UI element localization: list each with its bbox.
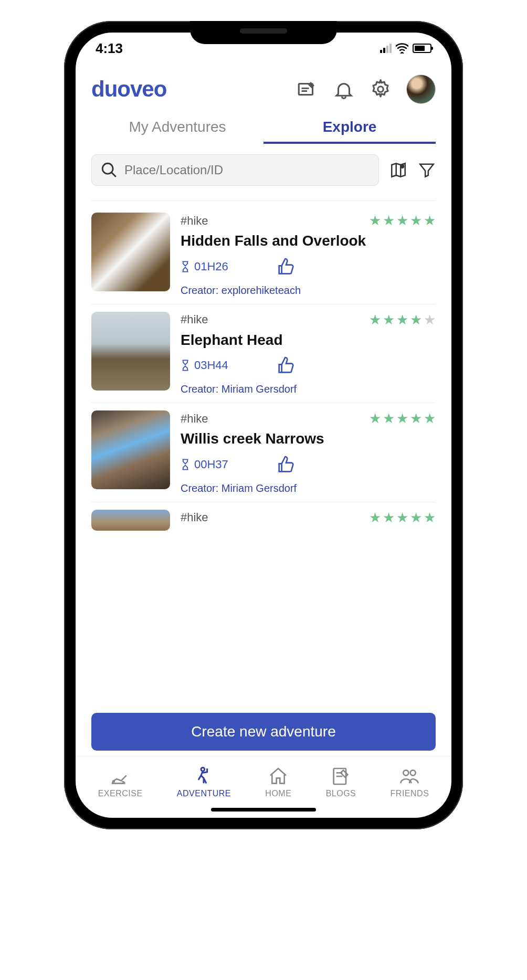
tab-explore[interactable]: Explore xyxy=(264,119,436,144)
thumbs-up-icon[interactable] xyxy=(276,454,297,475)
item-rating: ★★★★★ xyxy=(369,510,436,526)
screen: 4:13 duoveo My Adventures Explore xyxy=(76,33,451,818)
item-thumbnail xyxy=(91,312,170,391)
nav-label: HOME xyxy=(265,789,291,798)
battery-icon xyxy=(413,44,431,53)
app-logo: duoveo xyxy=(91,77,166,102)
tabs: My Adventures Explore xyxy=(91,119,436,144)
nav-friends[interactable]: FRIENDS xyxy=(391,766,429,798)
svg-point-3 xyxy=(378,87,384,92)
item-tag: #hike xyxy=(181,412,208,426)
app-header: duoveo xyxy=(76,64,451,109)
item-body: #hike ★★★★★ xyxy=(181,510,436,531)
status-time: 4:13 xyxy=(96,40,123,57)
hourglass-icon xyxy=(181,261,190,272)
item-rating: ★★★★★ xyxy=(369,410,436,427)
header-icons xyxy=(296,75,436,104)
adventure-icon xyxy=(193,766,214,787)
item-title: Willis creek Narrows xyxy=(181,430,436,448)
divider xyxy=(91,201,436,201)
tab-my-adventures[interactable]: My Adventures xyxy=(91,119,264,144)
item-creator[interactable]: Creator: Miriam Gersdorf xyxy=(181,383,436,395)
create-adventure-button[interactable]: Create new adventure xyxy=(91,713,436,751)
item-duration: 01H26 xyxy=(181,260,228,273)
item-thumbnail xyxy=(91,510,170,531)
list-item[interactable]: #hike ★★★★★ xyxy=(91,502,436,531)
item-tag: #hike xyxy=(181,313,208,326)
item-tag: #hike xyxy=(181,511,208,524)
exercise-icon xyxy=(110,766,131,787)
home-icon xyxy=(268,766,289,787)
status-right xyxy=(380,43,431,54)
item-duration: 03H44 xyxy=(181,359,228,372)
nav-blogs[interactable]: BLOGS xyxy=(326,766,356,798)
home-indicator[interactable] xyxy=(211,808,316,812)
list-item[interactable]: #hike ★★★★★ Elephant Head 03H44 Creator xyxy=(91,304,436,404)
item-body: #hike ★★★★★ Elephant Head 03H44 Creator xyxy=(181,312,436,396)
bottom-nav: EXERCISE ADVENTURE HOME BLOGS FRIENDS xyxy=(76,756,451,804)
nav-adventure[interactable]: ADVENTURE xyxy=(177,766,231,798)
map-icon[interactable] xyxy=(389,161,407,179)
wifi-icon xyxy=(396,43,408,54)
filter-icon[interactable] xyxy=(418,161,436,179)
search-icon xyxy=(100,161,118,179)
compose-icon[interactable] xyxy=(296,78,318,100)
nav-exercise[interactable]: EXERCISE xyxy=(98,766,143,798)
nav-label: BLOGS xyxy=(326,789,356,798)
item-thumbnail xyxy=(91,410,170,489)
nav-home[interactable]: HOME xyxy=(265,766,291,798)
adventure-list[interactable]: #hike ★★★★★ Hidden Falls and Overlook 01… xyxy=(76,196,451,704)
item-body: #hike ★★★★★ Hidden Falls and Overlook 01… xyxy=(181,213,436,297)
avatar[interactable] xyxy=(406,75,436,104)
friends-icon xyxy=(399,766,420,787)
hourglass-icon xyxy=(181,360,190,371)
item-title: Hidden Falls and Overlook xyxy=(181,232,436,250)
search-box[interactable] xyxy=(91,154,379,186)
bell-icon[interactable] xyxy=(333,78,355,100)
item-rating: ★★★★★ xyxy=(369,312,436,328)
item-tag: #hike xyxy=(181,214,208,228)
signal-icon xyxy=(380,44,392,53)
svg-point-13 xyxy=(404,770,409,775)
gear-icon[interactable] xyxy=(370,78,392,100)
svg-point-4 xyxy=(102,163,113,174)
svg-point-14 xyxy=(410,770,416,775)
svg-line-5 xyxy=(111,172,116,177)
svg-point-8 xyxy=(400,165,404,168)
item-thumbnail xyxy=(91,213,170,291)
thumbs-up-icon[interactable] xyxy=(276,355,297,376)
search-row xyxy=(76,144,451,196)
item-title: Elephant Head xyxy=(181,331,436,349)
nav-label: FRIENDS xyxy=(391,789,429,798)
item-creator[interactable]: Creator: explorehiketeach xyxy=(181,284,436,297)
blogs-icon xyxy=(330,766,351,787)
list-item[interactable]: #hike ★★★★★ Willis creek Narrows 00H37 xyxy=(91,403,436,502)
item-creator[interactable]: Creator: Miriam Gersdorf xyxy=(181,482,436,494)
notch xyxy=(190,21,337,44)
phone-frame: 4:13 duoveo My Adventures Explore xyxy=(64,21,463,829)
hourglass-icon xyxy=(181,459,190,470)
cta-wrap: Create new adventure xyxy=(76,704,451,756)
nav-label: EXERCISE xyxy=(98,789,143,798)
item-rating: ★★★★★ xyxy=(369,213,436,229)
thumbs-up-icon[interactable] xyxy=(276,256,297,277)
list-item[interactable]: #hike ★★★★★ Hidden Falls and Overlook 01… xyxy=(91,205,436,304)
item-body: #hike ★★★★★ Willis creek Narrows 00H37 xyxy=(181,410,436,494)
item-duration: 00H37 xyxy=(181,458,228,471)
nav-label: ADVENTURE xyxy=(177,789,231,798)
search-input[interactable] xyxy=(124,163,370,177)
svg-point-9 xyxy=(201,767,205,771)
